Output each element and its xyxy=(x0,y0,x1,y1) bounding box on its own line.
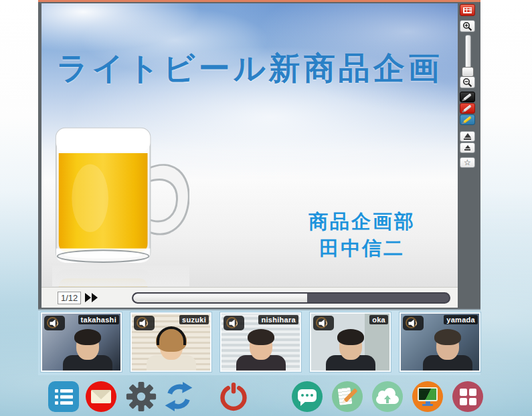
participant-portrait xyxy=(326,332,375,372)
list-icon xyxy=(55,389,73,405)
agenda-list-button[interactable] xyxy=(48,381,79,412)
slide-canvas[interactable]: ライトビール新商品企画 xyxy=(41,3,458,287)
sync-button[interactable] xyxy=(163,381,194,412)
main-toolbar xyxy=(48,381,483,412)
participant-portrait xyxy=(423,332,472,372)
zoom-out-icon xyxy=(462,78,472,88)
sync-icon xyxy=(163,380,194,413)
note-pencil-icon xyxy=(337,387,357,406)
progress-fill xyxy=(133,294,306,302)
apps-button[interactable] xyxy=(452,381,483,412)
participant-video-suzuki[interactable]: suzuki xyxy=(130,312,211,372)
participant-portrait xyxy=(236,332,286,372)
chat-button[interactable] xyxy=(292,381,323,412)
pen-highlight-button[interactable] xyxy=(460,114,475,125)
pen-icon xyxy=(463,93,472,100)
slide-department: 商品企画部 xyxy=(282,208,442,235)
participant-name: yamada xyxy=(444,315,478,324)
mail-button[interactable] xyxy=(86,381,116,412)
favorite-star-button[interactable]: ☆ xyxy=(460,157,475,168)
speaker-icon[interactable] xyxy=(403,316,424,330)
participants-row: takahashi suzuki nishihara oka xyxy=(41,312,480,372)
page-indicator: 1/12 xyxy=(58,292,81,304)
cloud-upload-button[interactable] xyxy=(372,381,403,412)
participant-video-takahashi[interactable]: takahashi xyxy=(41,312,122,372)
participant-name: takahashi xyxy=(78,315,119,324)
eraser-icon xyxy=(464,145,470,150)
zoom-slider-thumb[interactable] xyxy=(462,67,474,77)
fast-forward-icon xyxy=(85,293,91,302)
speaker-icon[interactable] xyxy=(224,316,244,330)
screen-share-button[interactable] xyxy=(412,381,443,412)
pen-icon xyxy=(463,104,472,112)
next-slide-button[interactable] xyxy=(85,293,98,302)
apps-grid-icon xyxy=(460,389,476,405)
annotation-toolbar: ☆ xyxy=(458,2,477,310)
eraser-large-button[interactable] xyxy=(460,131,475,142)
slide-title: ライトビール新商品企画 xyxy=(41,47,458,90)
slide-control-bar: 1/12 xyxy=(41,287,458,308)
eraser-small-button[interactable] xyxy=(460,142,475,153)
settings-button[interactable] xyxy=(126,381,157,412)
mail-icon xyxy=(91,390,111,403)
speaker-icon[interactable] xyxy=(313,316,334,330)
slide-progress-bar[interactable] xyxy=(132,292,450,304)
gear-icon xyxy=(126,380,157,413)
cloud-upload-icon xyxy=(375,388,400,405)
beer-mug-illustration xyxy=(52,122,189,287)
fast-forward-icon xyxy=(92,293,98,302)
zoom-in-button[interactable] xyxy=(460,20,475,32)
speaker-icon[interactable] xyxy=(44,316,65,330)
participant-name: nishihara xyxy=(258,315,298,324)
grid-view-button[interactable] xyxy=(460,4,475,16)
slide-column: ライトビール新商品企画 xyxy=(38,2,458,310)
pen-red-button[interactable] xyxy=(460,103,475,114)
participant-portrait xyxy=(147,332,196,372)
zoom-in-icon xyxy=(462,21,472,31)
participant-portrait xyxy=(63,332,112,372)
pen-black-button[interactable] xyxy=(460,92,475,102)
notes-button[interactable] xyxy=(332,381,363,412)
slide-presenter: 田中信二 xyxy=(282,235,442,262)
presenter-block: 商品企画部 田中信二 xyxy=(282,208,442,262)
zoom-out-button[interactable] xyxy=(460,76,475,88)
eraser-icon xyxy=(464,133,471,140)
participant-name: suzuki xyxy=(179,315,209,324)
star-icon: ☆ xyxy=(464,159,471,167)
pen-icon xyxy=(463,116,472,123)
participant-name: oka xyxy=(369,315,388,324)
presentation-panel: ライトビール新商品企画 xyxy=(38,0,480,310)
zoom-slider[interactable] xyxy=(460,35,475,76)
grid-icon xyxy=(463,7,472,13)
chat-icon xyxy=(298,389,317,402)
screen-share-icon xyxy=(418,387,438,406)
participant-video-nishihara[interactable]: nishihara xyxy=(220,312,301,372)
power-icon xyxy=(219,381,248,412)
participant-video-yamada[interactable]: yamada xyxy=(400,312,480,372)
power-button[interactable] xyxy=(218,381,249,412)
speaker-icon[interactable] xyxy=(134,316,155,330)
participant-video-oka[interactable]: oka xyxy=(310,312,391,372)
